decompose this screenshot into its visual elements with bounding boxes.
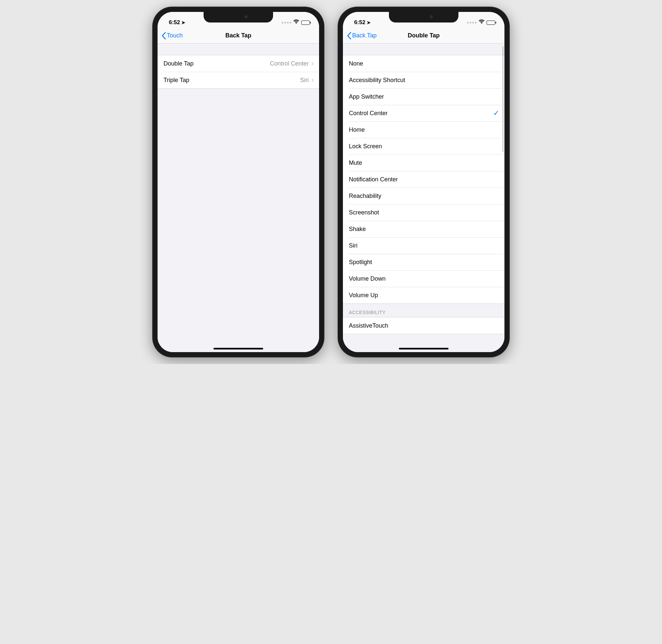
option-label: Lock Screen: [349, 143, 382, 150]
content-area: Double Tap Control Center › Triple Tap S…: [158, 44, 319, 352]
back-label: Back Tap: [352, 32, 377, 39]
option-row[interactable]: Volume Up: [343, 287, 504, 303]
option-label: Control Center: [349, 110, 388, 117]
option-row[interactable]: Mute: [343, 155, 504, 171]
row-double-tap[interactable]: Double Tap Control Center ›: [158, 55, 319, 72]
status-time: 6:52: [169, 19, 180, 26]
nav-bar: Back Tap Double Tap: [343, 28, 504, 44]
option-label: Accessibility Shortcut: [349, 77, 405, 84]
home-indicator[interactable]: [213, 348, 263, 349]
wifi-icon: [293, 20, 299, 25]
option-label: Mute: [349, 160, 362, 166]
chevron-right-icon: ›: [312, 76, 314, 84]
page-title: Double Tap: [408, 32, 440, 39]
option-row[interactable]: AssistiveTouch: [343, 317, 504, 334]
checkmark-icon: ✓: [493, 109, 499, 117]
row-label: Triple Tap: [163, 77, 189, 84]
device-notch: [204, 12, 273, 23]
option-label: Volume Up: [349, 292, 378, 299]
settings-list: Double Tap Control Center › Triple Tap S…: [158, 55, 319, 89]
options-list-accessibility: AssistiveTouch: [343, 317, 504, 334]
row-value: Siri: [300, 77, 309, 84]
phone-left: 6:52 ➤ Touch Back Tap Double Tap: [152, 7, 324, 358]
option-row[interactable]: Reachability: [343, 188, 504, 204]
option-row[interactable]: Shake: [343, 221, 504, 237]
option-row[interactable]: None: [343, 55, 504, 72]
content-area[interactable]: NoneAccessibility ShortcutApp SwitcherCo…: [343, 44, 504, 352]
row-value: Control Center: [270, 60, 309, 67]
page-title: Back Tap: [225, 32, 252, 39]
option-label: Spotlight: [349, 259, 372, 266]
option-label: Siri: [349, 242, 358, 249]
option-label: Notification Center: [349, 176, 398, 183]
back-label: Touch: [167, 32, 183, 39]
signal-dots-icon: [282, 22, 291, 23]
device-notch: [389, 12, 458, 23]
option-row[interactable]: Spotlight: [343, 254, 504, 270]
option-row[interactable]: Home: [343, 121, 504, 138]
options-list: NoneAccessibility ShortcutApp SwitcherCo…: [343, 55, 504, 304]
option-row[interactable]: Control Center✓: [343, 105, 504, 121]
option-row[interactable]: Lock Screen: [343, 138, 504, 155]
chevron-left-icon: [347, 32, 351, 39]
option-row[interactable]: Accessibility Shortcut: [343, 72, 504, 88]
option-label: Home: [349, 127, 365, 133]
option-label: App Switcher: [349, 93, 384, 100]
home-indicator[interactable]: [399, 348, 449, 349]
battery-icon: [301, 21, 310, 25]
chevron-left-icon: [162, 32, 166, 39]
option-row[interactable]: Screenshot: [343, 204, 504, 221]
location-icon: ➤: [181, 20, 185, 25]
option-row[interactable]: Volume Down: [343, 270, 504, 287]
option-label: Screenshot: [349, 209, 379, 216]
option-label: AssistiveTouch: [349, 322, 388, 329]
option-label: Shake: [349, 226, 366, 233]
nav-bar: Touch Back Tap: [158, 28, 319, 44]
location-icon: ➤: [367, 20, 371, 25]
back-button[interactable]: Back Tap: [347, 32, 377, 39]
signal-dots-icon: [467, 22, 477, 23]
option-label: None: [349, 60, 363, 67]
option-row[interactable]: Siri: [343, 237, 504, 254]
section-header-accessibility: ACCESSIBILITY: [343, 304, 504, 317]
back-button[interactable]: Touch: [162, 32, 183, 39]
battery-icon: [486, 21, 495, 25]
option-row[interactable]: Notification Center: [343, 171, 504, 188]
phone-right: 6:52 ➤ Back Tap Double Tap NoneAccessibi…: [338, 7, 510, 358]
chevron-right-icon: ›: [312, 60, 314, 67]
option-label: Reachability: [349, 192, 381, 200]
row-triple-tap[interactable]: Triple Tap Siri ›: [158, 72, 319, 88]
row-label: Double Tap: [163, 60, 193, 67]
status-time: 6:52: [354, 19, 365, 26]
option-row[interactable]: App Switcher: [343, 88, 504, 105]
option-label: Volume Down: [349, 275, 386, 282]
wifi-icon: [479, 20, 485, 25]
